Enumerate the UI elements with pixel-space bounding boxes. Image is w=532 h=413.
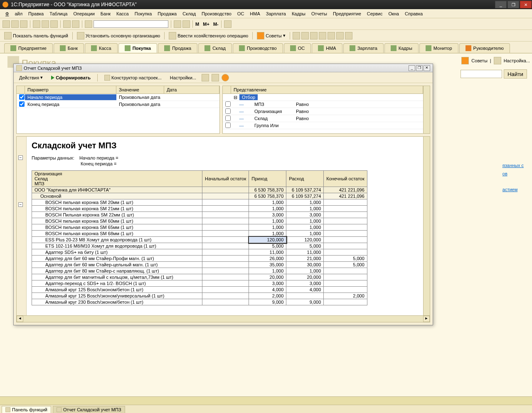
report-hscroll[interactable]: ◄ ►: [17, 315, 430, 322]
table-row[interactable]: Адаптер SDS+ на биту (1 шт) 11,000 11,00…: [32, 249, 367, 256]
tb-misc5-icon[interactable]: [328, 32, 335, 39]
menu-edit[interactable]: Правка: [25, 10, 47, 17]
tb-cut-icon[interactable]: [33, 20, 40, 28]
page-search-input[interactable]: [461, 70, 502, 78]
table-row[interactable]: ESS Plus 20-23 M8 Хомут для водопровода …: [32, 237, 367, 243]
table-row[interactable]: Алмазный круг 125 Bosch/эконом/универсал…: [32, 293, 367, 299]
table-row[interactable]: Алмазный круг 230 Bosch/эконом/бетон (1 …: [32, 299, 367, 305]
table-row[interactable]: Адаптер-переход с SDS+ на 1/2- BOSCH (1 …: [32, 280, 367, 287]
filter-checkbox[interactable]: [225, 116, 231, 121]
menu-kadry[interactable]: Кадры: [289, 10, 308, 17]
tb-new-icon[interactable]: [2, 20, 10, 28]
filter-field[interactable]: Группа Или: [252, 123, 293, 128]
report-actions-button[interactable]: Действия ▾: [16, 74, 46, 81]
menu-prodazha[interactable]: Продажа: [155, 10, 180, 17]
tab-os[interactable]: ОС: [284, 43, 311, 53]
tb-misc3-icon[interactable]: [310, 32, 318, 39]
table-row[interactable]: Адаптер для бит 80 мм Стайер-с направляю…: [32, 268, 367, 274]
taskbar-item-panel[interactable]: Панель функций: [2, 406, 51, 413]
tb-mplus-button[interactable]: M+: [203, 22, 209, 27]
filter-checkbox[interactable]: [225, 123, 231, 128]
tab-pokupka[interactable]: Покупка: [118, 43, 158, 53]
table-row[interactable]: BOSCH пильная коронка SM 60мм (1 шт) 1,0…: [32, 218, 367, 224]
tab-kassa[interactable]: Касса: [85, 43, 118, 53]
filter-checkbox[interactable]: [225, 108, 231, 114]
tb-save-icon[interactable]: [20, 20, 27, 28]
tab-proizvodstvo[interactable]: Производство: [233, 43, 283, 53]
menu-bank[interactable]: Банк: [98, 10, 113, 17]
param-checkbox[interactable]: [19, 101, 25, 107]
report-max-button[interactable]: ❐: [416, 65, 423, 71]
param-name[interactable]: Начало периода: [25, 94, 116, 100]
toolbar-search-input[interactable]: [94, 20, 168, 28]
menu-zarplata[interactable]: Зарплата: [263, 10, 289, 17]
report-settings-button[interactable]: Настройки...: [167, 74, 199, 81]
table-row[interactable]: ООО "Картинка для ИНФОСТАРТА" 6 530 758,…: [32, 187, 367, 193]
hscroll-right[interactable]: ►: [423, 316, 430, 322]
menu-predpriyatie[interactable]: Предприятие: [330, 10, 364, 17]
side-link-2[interactable]: ов: [502, 170, 524, 178]
tb-set-org-button[interactable]: Установить основную организацию: [75, 31, 162, 40]
tb-show-panel-button[interactable]: Показать панель функций: [2, 31, 70, 40]
tb-calc-icon[interactable]: [174, 20, 181, 28]
report-table[interactable]: ОрганизацияСкладМПЗ Начальный остаток Пр…: [32, 170, 367, 305]
menu-kassa[interactable]: Касса: [113, 10, 132, 17]
tree-node-1[interactable]: −: [18, 155, 23, 160]
tab-nma[interactable]: НМА: [312, 43, 342, 53]
menu-help[interactable]: Справка: [402, 10, 426, 17]
right-settings-link[interactable]: Настройка...: [504, 58, 530, 63]
report-form-button[interactable]: Сформировать: [48, 74, 94, 81]
menu-file[interactable]: Файл: [2, 10, 25, 17]
menu-nma[interactable]: НМА: [247, 10, 263, 17]
table-row[interactable]: Адаптер для бит 60 мм Стайер-цельный маг…: [32, 262, 367, 268]
report-titlebar[interactable]: Отчет Складской учет МПЗ _ ❐ ✕: [14, 64, 433, 72]
menu-os[interactable]: ОС: [234, 10, 247, 17]
table-row[interactable]: BOSCH пильная коронка SM 68мм (1 шт) 1,0…: [32, 231, 367, 237]
hscroll-left[interactable]: ◄: [17, 316, 23, 322]
table-row[interactable]: Алмазный круг 125 Bosch/эконом/бетон (1 …: [32, 287, 367, 293]
filter-field[interactable]: Склад: [252, 116, 293, 121]
report-constructor-button[interactable]: Конструктор настроек...: [101, 74, 165, 82]
tb-search-icon[interactable]: [85, 20, 92, 28]
filter-op[interactable]: Равно: [293, 116, 311, 121]
tb-mminus-button[interactable]: M-: [213, 22, 219, 27]
tb-redo-icon[interactable]: [72, 20, 79, 28]
menu-sklad[interactable]: Склад: [180, 10, 199, 17]
filter-op[interactable]: Равно: [293, 101, 311, 107]
menu-proizvodstvo[interactable]: Производство: [199, 10, 234, 17]
tb-open-icon[interactable]: [11, 20, 19, 28]
tab-monitor[interactable]: Монитор: [419, 43, 458, 53]
right-tips-link[interactable]: Советы: [471, 58, 487, 63]
tab-kadry[interactable]: Кадры: [384, 43, 419, 53]
tab-bank[interactable]: Банк: [54, 43, 84, 53]
table-row[interactable]: BOSCH пильная коронка SM 20мм (1 шт) 1,0…: [32, 199, 367, 206]
tree-node-2[interactable]: −: [18, 202, 23, 207]
filter-op[interactable]: [293, 125, 298, 126]
menu-service[interactable]: Сервис: [364, 10, 386, 17]
table-row[interactable]: BOSCH пильная коронка SM 21мм (1 шт) 1,0…: [32, 206, 367, 212]
tb-misc2-icon[interactable]: [301, 32, 309, 39]
table-row[interactable]: Основной 6 530 758,370 6 109 537,274 421…: [32, 193, 367, 199]
filter-checkbox[interactable]: [225, 101, 231, 107]
menu-windows[interactable]: Окна: [385, 10, 402, 17]
tb-copy-icon[interactable]: [42, 20, 49, 28]
page-search-button[interactable]: Найти: [504, 69, 527, 79]
window-minimize-button[interactable]: _: [495, 1, 507, 8]
report-tb-icon2[interactable]: [212, 74, 219, 81]
tb-tips-button[interactable]: Советы ▾: [255, 31, 287, 40]
help-icon[interactable]: [222, 74, 229, 81]
tb-m-button[interactable]: M: [195, 22, 199, 27]
taskbar-item-report[interactable]: Отчет Складской учет МПЗ: [53, 406, 125, 413]
tab-prodazha[interactable]: Продажа: [158, 43, 197, 53]
tab-predpriyatie[interactable]: Предприятие: [4, 43, 53, 53]
filter-op[interactable]: Равно: [293, 108, 311, 114]
tb-undo-icon[interactable]: [63, 20, 71, 28]
table-row[interactable]: ETS 102-116 M8/M10 Хомут для водопровода…: [32, 243, 367, 249]
menu-pokupka[interactable]: Покупка: [132, 10, 155, 17]
tab-zarplata[interactable]: Зарплата: [343, 43, 384, 53]
window-close-button[interactable]: ✕: [520, 1, 532, 8]
menu-otchety[interactable]: Отчеты: [308, 10, 330, 17]
tb-misc7-icon[interactable]: [345, 32, 352, 39]
tab-rukovoditelyu[interactable]: Руководителю: [459, 43, 510, 53]
tb-misc6-icon[interactable]: [336, 32, 344, 39]
